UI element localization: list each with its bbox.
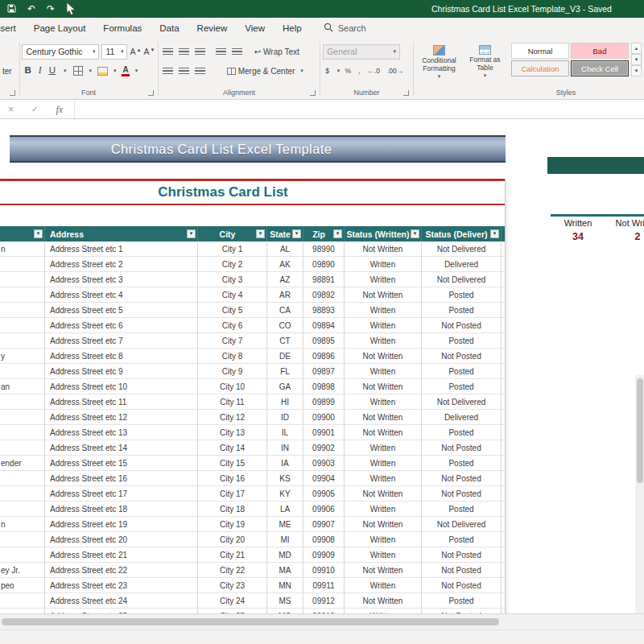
horizontal-scrollbar[interactable] <box>0 613 644 630</box>
cell-name[interactable] <box>0 532 45 547</box>
cell-city[interactable]: City 8 <box>198 349 267 363</box>
cell-city[interactable]: City 11 <box>198 394 267 409</box>
cell-deliver[interactable]: Not Delivered <box>422 517 502 531</box>
cell-name[interactable] <box>0 287 45 302</box>
grow-font-button[interactable]: A▲ <box>130 47 141 56</box>
filter-button[interactable]: ▼ <box>411 229 419 238</box>
cell-name[interactable] <box>0 486 45 501</box>
cell-zip[interactable]: 09903 <box>303 456 345 470</box>
cell-city[interactable]: City 9 <box>198 364 267 378</box>
fill-color-icon[interactable] <box>97 67 108 76</box>
cell-style-calculation[interactable]: Calculation <box>511 60 569 76</box>
cell-deliver[interactable]: Posted <box>422 532 502 547</box>
cell-written[interactable]: Not Written <box>345 425 422 440</box>
tab-formulas[interactable]: Formulas <box>94 18 151 39</box>
cell-state[interactable]: IA <box>267 456 303 470</box>
cell-zip[interactable]: 09892 <box>303 287 345 302</box>
cell-address[interactable]: Address Street etc 10 <box>45 379 198 394</box>
cell-name[interactable]: peo <box>0 578 45 592</box>
cell-city[interactable]: City 13 <box>198 425 267 440</box>
wrap-text-button[interactable]: ↩Wrap Text <box>254 47 299 56</box>
cell-state[interactable]: DE <box>267 349 303 363</box>
merge-center-button[interactable]: Merge & Center <box>238 67 295 76</box>
cell-address[interactable]: Address Street etc 9 <box>45 364 198 378</box>
cell-deliver[interactable]: Posted <box>422 502 502 516</box>
cell-written[interactable]: Written <box>345 272 422 287</box>
font-size-combo[interactable]: 11▾ <box>101 44 127 60</box>
chevron-down-icon[interactable]: ▾ <box>114 68 117 74</box>
cell-city[interactable]: City 12 <box>198 410 267 424</box>
cell-zip[interactable]: 09910 <box>303 563 345 577</box>
cell-name[interactable] <box>0 547 45 562</box>
cell-state[interactable]: MN <box>267 578 303 592</box>
vertical-scrollbar-thumb[interactable] <box>637 378 643 483</box>
cell-deliver[interactable]: Not Posted <box>422 486 502 501</box>
cell-address[interactable]: Address Street etc 11 <box>45 394 198 409</box>
cell-deliver[interactable]: Posted <box>422 379 502 394</box>
cell-address[interactable]: Address Street etc 12 <box>45 410 198 424</box>
cell-state[interactable]: AK <box>267 257 303 271</box>
gallery-more-icon[interactable]: ▼ <box>631 65 642 76</box>
cell-zip[interactable]: 09906 <box>303 502 345 516</box>
font-color-icon[interactable]: A <box>122 66 129 76</box>
increase-indent-icon[interactable] <box>232 48 242 56</box>
cell-address[interactable]: Address Street etc 14 <box>45 440 198 455</box>
decrease-decimal-button[interactable]: .00→ <box>385 67 406 75</box>
cell-state[interactable]: MD <box>267 547 303 562</box>
accounting-format-button[interactable]: $ <box>323 67 332 75</box>
cell-state[interactable]: IN <box>267 440 303 455</box>
chevron-down-icon[interactable]: ▾ <box>64 68 67 74</box>
cell-address[interactable]: Address Street etc 6 <box>45 318 198 332</box>
cell-deliver[interactable]: Posted <box>422 287 502 302</box>
cell-zip[interactable]: 09911 <box>303 578 345 592</box>
cell-written[interactable]: Written <box>345 333 422 348</box>
filter-button[interactable]: ▼ <box>490 229 499 238</box>
cell-state[interactable]: MI <box>267 532 303 547</box>
filter-button[interactable]: ▼ <box>34 229 43 238</box>
cell-city[interactable]: City 20 <box>198 532 267 547</box>
cell-deliver[interactable]: Posted <box>422 364 502 378</box>
search-box[interactable]: Search <box>324 23 366 34</box>
font-dialog-launcher[interactable] <box>148 90 154 96</box>
cell-name[interactable] <box>0 410 45 424</box>
enter-icon[interactable]: ✓ <box>31 105 38 114</box>
cell-deliver[interactable]: Posted <box>422 303 502 317</box>
cell-zip[interactable]: 09901 <box>303 425 345 440</box>
conditional-formatting-button[interactable]: Conditional Formatting ▾ <box>416 43 462 80</box>
cell-written[interactable]: Written <box>345 394 422 409</box>
cell-name[interactable]: ey Jr. <box>0 563 45 577</box>
cell-deliver[interactable]: Posted <box>422 333 502 348</box>
cell-address[interactable]: Address Street etc 24 <box>45 593 198 608</box>
clipboard-dialog-launcher[interactable] <box>10 90 15 96</box>
cell-address[interactable]: Address Street etc 7 <box>45 333 198 348</box>
cell-zip[interactable]: 09909 <box>303 547 345 562</box>
tab-insert[interactable]: Insert <box>0 18 25 39</box>
cell-deliver[interactable]: Not Posted <box>422 318 502 332</box>
number-dialog-launcher[interactable] <box>403 90 409 96</box>
cell-state[interactable]: LA <box>267 502 303 516</box>
cell-name[interactable] <box>0 303 45 317</box>
cell-zip[interactable]: 09900 <box>303 410 345 424</box>
cell-name[interactable]: ender <box>0 456 45 470</box>
borders-icon[interactable] <box>73 66 83 76</box>
chevron-down-icon[interactable]: ▾ <box>89 68 92 74</box>
cell-written[interactable]: Not Written <box>345 563 422 577</box>
cell-address[interactable]: Address Street etc 22 <box>45 563 198 577</box>
cell-zip[interactable]: 09890 <box>303 257 345 271</box>
cell-city[interactable]: City 3 <box>198 272 267 287</box>
cell-state[interactable]: AR <box>267 287 303 302</box>
cell-written[interactable]: Not Written <box>345 242 422 256</box>
cell-name[interactable] <box>0 471 45 485</box>
decrease-indent-icon[interactable] <box>216 48 226 56</box>
cell-written[interactable]: Not Written <box>345 379 422 394</box>
cell-state[interactable]: AZ <box>267 272 303 287</box>
cell-deliver[interactable]: Delivered <box>422 257 502 271</box>
cell-written[interactable]: Written <box>345 456 422 470</box>
save-icon[interactable] <box>7 4 16 14</box>
cell-name[interactable] <box>0 364 45 378</box>
filter-button[interactable]: ▼ <box>292 229 301 238</box>
merge-center-icon[interactable] <box>227 68 236 75</box>
redo-icon[interactable]: ↷ <box>47 4 55 14</box>
cell-name[interactable] <box>0 333 45 348</box>
cell-name[interactable] <box>0 440 45 455</box>
